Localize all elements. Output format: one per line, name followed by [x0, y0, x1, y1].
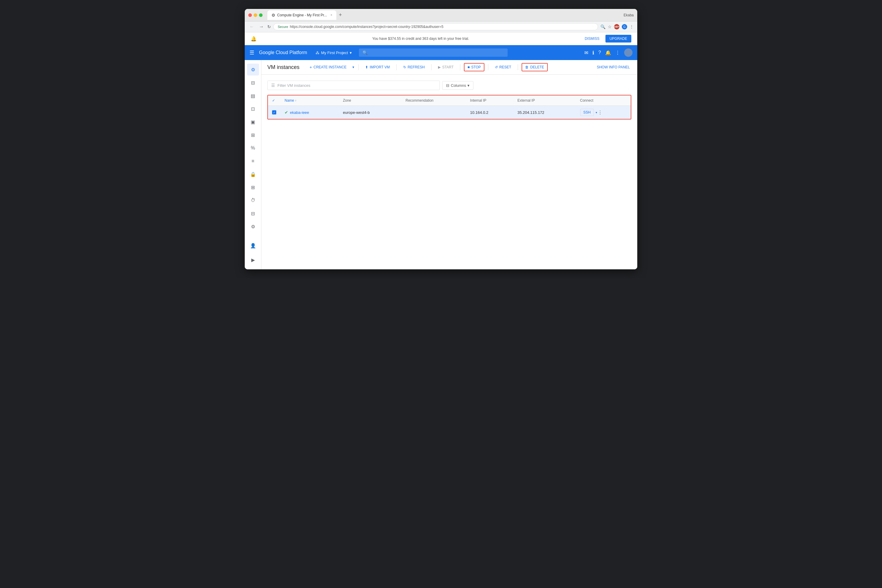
columns-label: Columns [451, 83, 466, 88]
operations-icon: ⊞ [251, 132, 255, 138]
settings-icon: ⚙ [251, 224, 255, 230]
search-input[interactable] [370, 51, 504, 55]
back-button[interactable]: ← [248, 24, 255, 30]
start-button[interactable]: ▶ START [435, 64, 457, 71]
refresh-button[interactable]: ↻ REFRESH [400, 64, 428, 71]
sidebar-item-grid[interactable]: ⊞ [247, 182, 259, 193]
maximize-button[interactable] [259, 14, 263, 17]
dismiss-button[interactable]: DISMISS [582, 35, 602, 42]
sidebar-item-list[interactable]: ≡ [247, 155, 259, 167]
reset-label: RESET [499, 65, 511, 69]
main-layout: ⚙ ⊟ ▤ ⊡ ▣ ⊞ % ≡ 🔒 [245, 60, 637, 269]
th-name[interactable]: Name ↑ [280, 95, 339, 106]
th-checkbox: ✓ [268, 95, 280, 106]
project-selector[interactable]: ⁂ My First Project ▾ [313, 50, 354, 56]
forward-button[interactable]: → [258, 24, 265, 30]
new-tab-button[interactable]: + [339, 12, 342, 18]
tab-close-icon[interactable]: × [331, 14, 332, 16]
minimize-button[interactable] [254, 14, 257, 17]
toolbar-divider-1 [358, 64, 359, 70]
header-check-icon[interactable]: ✓ [272, 98, 275, 102]
refresh-icon: ↻ [403, 65, 406, 69]
ssh-dropdown-icon[interactable]: ▾ [596, 111, 597, 114]
sidebar-item-operations[interactable]: ⊞ [247, 129, 259, 141]
project-name: My First Project [321, 51, 348, 55]
create-instance-label: CREATE INSTANCE [313, 65, 346, 69]
notif-icon: 🔔 [251, 36, 257, 42]
clock-icon: ⏱ [251, 198, 255, 203]
reset-button[interactable]: ↺ RESET [492, 64, 514, 71]
extension-icon1[interactable]: AB+ [614, 24, 619, 29]
notification-bar: 🔔 You have $374.55 in credit and 363 day… [245, 32, 637, 45]
sidebar-expand-button[interactable]: ▶ [247, 254, 259, 266]
active-tab[interactable]: ⚙ Compute Engine - My First Pr... × [267, 10, 336, 20]
search-magnify-icon: 🔍 [362, 50, 368, 55]
start-label: START [442, 65, 454, 69]
close-button[interactable] [248, 14, 252, 17]
delete-icon: 🗑 [525, 65, 529, 69]
sidebar-item-networking[interactable]: ▣ [247, 116, 259, 128]
th-zone: Zone [339, 95, 401, 106]
search-bar[interactable]: 🔍 [359, 48, 508, 57]
sidebar-item-monitor[interactable]: ⊟ [247, 207, 259, 219]
more-options-icon[interactable]: ⋮ [598, 110, 603, 116]
sidebar-item-settings[interactable]: ⚙ [247, 220, 259, 232]
check-mark-icon: ✓ [273, 111, 275, 114]
reload-button[interactable]: ↻ [267, 24, 271, 29]
instance-name-link[interactable]: ekaba-ieee [290, 110, 309, 115]
info-icon[interactable]: ℹ [592, 50, 594, 56]
columns-icon: ⊟ [446, 83, 449, 88]
sidebar-item-people[interactable]: 👤 [247, 240, 259, 252]
secure-label: Secure [278, 25, 288, 28]
nav-icons: ✉ ℹ ? 🔔 ⋮ [584, 48, 633, 57]
instance-table: ✓ Name ↑ Zone Recommendation Internal IP [268, 95, 631, 119]
th-external-ip: External IP [513, 95, 576, 106]
browser-user: Ekaba [624, 13, 634, 17]
th-name-label: Name [285, 98, 294, 102]
create-instance-dropdown[interactable]: ▾ [352, 64, 355, 71]
sidebar-item-database[interactable]: ⊡ [247, 103, 259, 115]
row-checkbox[interactable]: ✓ [272, 110, 276, 114]
storage-icon: ▤ [251, 93, 255, 99]
more-nav-icon[interactable]: ⋮ [615, 50, 620, 56]
project-dropdown-icon: ▾ [350, 51, 352, 55]
sidebar-item-compute[interactable]: ⚙ [247, 64, 259, 75]
upgrade-button[interactable]: UPGRADE [606, 35, 631, 42]
filter-input-wrapper[interactable]: ☰ Filter VM instances [267, 81, 440, 90]
sidebar-item-security[interactable]: 🔒 [247, 168, 259, 180]
extension-icon2[interactable]: G [622, 24, 627, 29]
sort-arrow-icon: ↑ [295, 99, 296, 102]
delete-button[interactable]: 🗑 DELETE [521, 63, 548, 71]
url-bar[interactable]: Secure https://console.cloud.google.com/… [273, 23, 598, 30]
connect-cell: SSH ▾ ⋮ [580, 109, 627, 116]
sidebar-item-history[interactable]: ⏱ [247, 194, 259, 206]
td-internal-ip: 10.164.0.2 [466, 106, 513, 119]
sidebar-item-dashboard[interactable]: ⊟ [247, 77, 259, 88]
lock-icon: 🔒 [250, 171, 256, 177]
columns-button[interactable]: ⊟ Columns ▾ [442, 81, 473, 90]
hamburger-menu[interactable]: ☰ [249, 50, 254, 56]
table-header-row: ✓ Name ↑ Zone Recommendation Internal IP [268, 95, 631, 106]
bell-icon[interactable]: 🔔 [605, 50, 611, 56]
search-icon[interactable]: 🔍 [600, 24, 606, 29]
sidebar-item-storage[interactable]: ▤ [247, 90, 259, 102]
mail-icon[interactable]: ✉ [584, 50, 588, 56]
td-checkbox[interactable]: ✓ [268, 106, 280, 119]
show-info-panel-button[interactable]: SHOW INFO PANEL [595, 64, 631, 71]
more-icon[interactable]: ⋮ [630, 24, 634, 29]
add-icon: + [310, 65, 312, 69]
sidebar-item-billing[interactable]: % [247, 142, 259, 154]
avatar[interactable] [624, 48, 633, 57]
help-icon[interactable]: ? [598, 50, 601, 55]
th-internal-ip: Internal IP [466, 95, 513, 106]
import-icon: ⬆ [365, 65, 368, 69]
import-vm-button[interactable]: ⬆ IMPORT VM [362, 64, 393, 71]
create-instance-button[interactable]: + CREATE INSTANCE [307, 63, 349, 71]
bookmark-icon[interactable]: ☆ [608, 24, 612, 29]
stop-button[interactable]: ■ STOP [464, 63, 484, 71]
td-zone: europe-west4-b [339, 106, 401, 119]
ssh-button[interactable]: SSH [580, 109, 594, 116]
cpu-icon: ⚙ [251, 67, 255, 72]
td-recommendation [401, 106, 466, 119]
content-area: VM instances + CREATE INSTANCE ▾ ⬆ IMPOR… [261, 60, 637, 269]
